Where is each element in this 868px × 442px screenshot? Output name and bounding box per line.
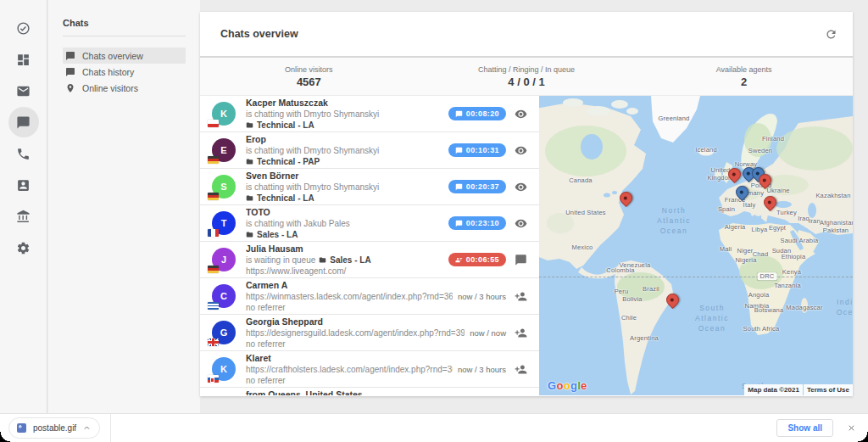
- chat-row[interactable]: SSven Börneris chatting with Dmytro Shym…: [200, 169, 539, 205]
- google-logo-letter: g: [570, 379, 577, 392]
- chat-detail-line: no referrer: [246, 302, 453, 313]
- chat-icon: [455, 220, 463, 227]
- sidebar-item-label: Chats overview: [82, 51, 143, 61]
- show-all-button[interactable]: Show all: [776, 419, 833, 437]
- chat-row[interactable]: CCarmen Ahttps://winmasters.ladesk.com/a…: [200, 278, 539, 315]
- flag-uk-icon: [208, 338, 219, 346]
- stats-bar: Online visitors4567Chatting / Ringing / …: [200, 58, 853, 96]
- google-logo-letter: G: [548, 379, 556, 392]
- visitor-map[interactable]: GreenlandIcelandCanadaUnited StatesMexic…: [539, 96, 853, 395]
- visitor-name: Sven Börner: [246, 171, 443, 182]
- folder-icon: [246, 158, 253, 165]
- chat-status-line: is chatting with Dmytro Shymanskyi: [246, 182, 443, 193]
- chat-icon: [455, 110, 463, 118]
- chevron-up-icon[interactable]: [83, 424, 91, 432]
- visitor-name: Erop: [246, 134, 443, 145]
- rail-item-contacts[interactable]: [8, 170, 39, 200]
- chat-row[interactable]: KKlarethttps://craftholsters.ladesk.com/…: [200, 351, 539, 388]
- chat-detail-line: Technical - LA: [246, 120, 443, 131]
- rail-item-mail[interactable]: [8, 76, 39, 106]
- chat-row[interactable]: KKacper Matuszczakis chatting with Dmytr…: [200, 96, 539, 132]
- visitor-name: Julia Hausam: [246, 243, 443, 255]
- person-add-action-button[interactable]: [515, 327, 527, 339]
- download-bar: postable.gif Show all: [0, 413, 868, 442]
- flag-france-icon: [208, 229, 219, 237]
- flag-germany-icon: [208, 156, 219, 164]
- rail-item-phone[interactable]: [8, 138, 39, 169]
- refresh-button[interactable]: [821, 24, 841, 44]
- sidebar-item-chats-history[interactable]: Chats history: [63, 64, 186, 80]
- person-add-action-button[interactable]: [515, 363, 527, 376]
- chat-row[interactable]: EEropis chatting with Dmytro ShymanskyiT…: [200, 132, 539, 169]
- download-bar-divider: [110, 414, 111, 442]
- chat-row[interactable]: TTOTOis chatting with Jakub PalesSales -…: [200, 205, 539, 242]
- dashboard-icon: [16, 53, 31, 67]
- close-download-bar-icon[interactable]: [847, 423, 856, 433]
- chat-detail-line: Sales - LA: [246, 229, 443, 240]
- stat-available-agents: Available agents2: [635, 58, 853, 95]
- flag-poland-icon: [208, 120, 219, 127]
- chat-icon: [455, 147, 463, 154]
- visit-times: now / 3 hours: [458, 292, 506, 301]
- rail-item-settings[interactable]: [8, 232, 39, 263]
- sidebar-title: Chats: [48, 0, 200, 36]
- department-label: Technical - LA: [257, 120, 314, 131]
- visitor-name: Georgia Sheppard: [246, 316, 465, 327]
- timer-badge: 00:20:37: [448, 180, 506, 193]
- eye-action-button[interactable]: [515, 217, 527, 230]
- sidebar-item-chats-overview[interactable]: Chats overview: [63, 48, 186, 64]
- chat-row[interactable]: JJulia Hausamis waiting in queueSales - …: [200, 242, 539, 278]
- avatar: J: [212, 248, 236, 271]
- chat-status-line: is waiting in queueSales - LA: [246, 255, 443, 266]
- timer-badge: 00:10:31: [448, 143, 506, 157]
- timer-value: 00:23:10: [466, 219, 499, 227]
- panel-header: Chats overview: [200, 12, 853, 58]
- chat-status-line: is chatting with Dmytro Shymanskyi: [246, 109, 443, 120]
- eye-action-button[interactable]: [515, 144, 527, 157]
- phone-icon: [16, 147, 31, 161]
- eye-action-button[interactable]: [515, 108, 527, 120]
- flag-slovakia-icon: [208, 375, 219, 383]
- eye-action-button[interactable]: [515, 181, 527, 193]
- page-title: Chats overview: [220, 28, 298, 40]
- stat-value: 4567: [297, 76, 321, 88]
- google-logo[interactable]: Google: [548, 379, 587, 392]
- flag-greece-icon: [208, 302, 219, 310]
- timer-value: 00:10:31: [466, 146, 499, 154]
- folder-icon: [246, 194, 253, 202]
- contacts-icon: [16, 178, 31, 193]
- sidebar-item-label: Chats history: [82, 67, 134, 77]
- sidebar: Chats Chats overviewChats historyOnline …: [48, 0, 200, 413]
- google-logo-letter: o: [564, 379, 570, 392]
- chat-detail-line: no referrer: [246, 338, 465, 350]
- mail-icon: [16, 84, 31, 98]
- sidebar-divider: [63, 36, 186, 36]
- avatar: G: [212, 321, 236, 344]
- rail-item-chat[interactable]: [8, 107, 39, 137]
- avatar: K: [212, 357, 236, 381]
- stat-chatting-ringing-in-queue: Chatting / Ringing / In queue4 / 0 / 1: [418, 58, 636, 95]
- chat-row-partial[interactable]: from Queens, United States: [200, 388, 539, 395]
- rail-item-bank[interactable]: [8, 201, 39, 232]
- timer-badge: 00:06:55: [448, 253, 506, 266]
- rail-item-dashboard[interactable]: [8, 44, 39, 75]
- department-label: Sales - LA: [257, 229, 298, 240]
- timer-value: 00:20:37: [466, 182, 499, 191]
- stat-value: 4 / 0 / 1: [508, 76, 544, 88]
- person-add-action-button[interactable]: [515, 290, 527, 303]
- department-label: Sales - LA: [330, 255, 370, 266]
- sidebar-item-online-visitors[interactable]: Online visitors: [63, 80, 186, 96]
- chat-status-line: https://craftholsters.ladesk.com/agent/i…: [246, 364, 453, 375]
- flag-germany-icon: [208, 266, 219, 273]
- visitor-name: Carmen A: [246, 280, 453, 291]
- download-item[interactable]: postable.gif: [8, 417, 100, 439]
- chat-status-line: is chatting with Dmytro Shymanskyi: [246, 145, 443, 156]
- avatar: C: [212, 284, 236, 308]
- equator-line: [539, 277, 853, 277]
- chat-row[interactable]: GGeorgia Sheppardhttps://designersguild.…: [200, 315, 539, 351]
- rail-item-check-circle[interactable]: [8, 13, 39, 43]
- folder-icon: [246, 231, 253, 238]
- terms-of-use-link[interactable]: Terms of Use: [804, 384, 853, 395]
- chat-action-button[interactable]: [515, 254, 527, 266]
- map-attribution: Map data ©2021 Terms of Use: [743, 384, 853, 395]
